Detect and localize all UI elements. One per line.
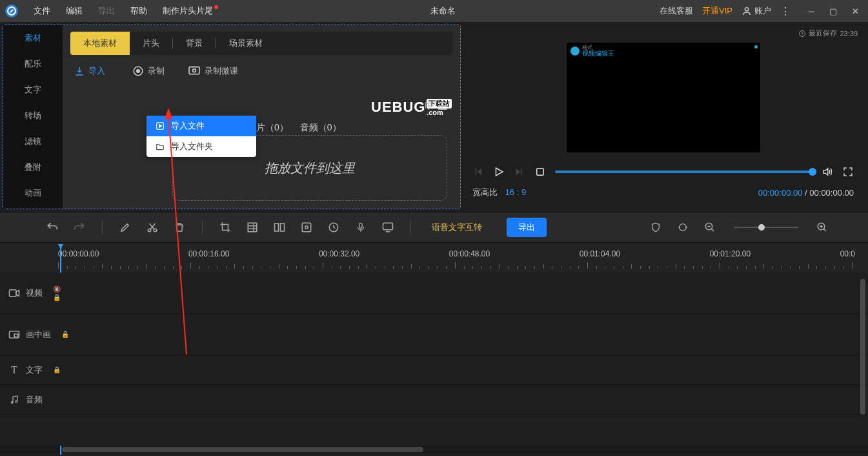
voice-over-button[interactable] bbox=[354, 220, 368, 234]
menu-make-opener[interactable]: 制作片头片尾 bbox=[155, 5, 226, 17]
progress-thumb[interactable] bbox=[809, 168, 816, 176]
side-tab-animation[interactable]: 动画 bbox=[3, 180, 63, 206]
audio-count: 音频（0） bbox=[300, 122, 341, 134]
side-tab-overlay[interactable]: 叠附 bbox=[3, 154, 63, 180]
screen-share-button[interactable] bbox=[381, 220, 395, 234]
record-micro-button[interactable]: 录制微课 bbox=[184, 63, 242, 79]
svg-rect-24 bbox=[10, 289, 17, 296]
mat-tab-scene[interactable]: 场景素材 bbox=[216, 32, 276, 55]
timeline-ruler[interactable]: 00:00:00.0000:00:16.0000:00:32.0000:00:4… bbox=[0, 243, 868, 273]
freeze-frame-button[interactable] bbox=[299, 220, 314, 234]
fit-button[interactable] bbox=[676, 220, 690, 234]
track-pip-label: 画中画 bbox=[26, 329, 51, 340]
lock-icon[interactable]: 🔒 bbox=[53, 294, 61, 301]
track-text[interactable]: T 文字 🔒 bbox=[0, 355, 868, 385]
more-icon[interactable]: ⋮ bbox=[780, 5, 791, 17]
save-status-label: 最近保存 bbox=[809, 28, 837, 38]
record-button[interactable]: 录制 bbox=[128, 63, 168, 79]
account-menu[interactable]: 账户 bbox=[742, 5, 771, 17]
svg-rect-3 bbox=[189, 67, 199, 74]
side-tab-filter[interactable]: 滤镜 bbox=[3, 129, 63, 154]
cut-button[interactable] bbox=[145, 220, 159, 234]
ruler-label: 00:01:20.00 bbox=[710, 249, 751, 258]
close-button[interactable]: ✕ bbox=[847, 3, 863, 19]
zoom-slider[interactable] bbox=[734, 227, 798, 228]
import-button[interactable]: 导入 bbox=[70, 63, 109, 79]
audio-track-icon bbox=[8, 393, 21, 406]
pip-track-icon bbox=[8, 328, 21, 341]
menu-edit[interactable]: 编辑 bbox=[58, 5, 90, 17]
side-tab-transition[interactable]: 转场 bbox=[3, 103, 63, 129]
next-frame-button[interactable] bbox=[514, 166, 525, 178]
editor-toolbar: 语音文字互转 导出 bbox=[0, 212, 868, 243]
voice-text-button[interactable]: 语音文字互转 bbox=[432, 222, 482, 233]
vertical-scrollbar[interactable] bbox=[860, 273, 867, 446]
folder-icon bbox=[156, 142, 165, 151]
play-file-icon bbox=[156, 121, 165, 130]
user-icon bbox=[742, 6, 752, 16]
vip-link[interactable]: 开通VIP bbox=[702, 5, 732, 17]
timeline-tracks: 视频 🔇 🔒 画中画 🔒 T 文字 🔒 音频 bbox=[0, 273, 868, 446]
ratio-label: 宽高比 bbox=[472, 187, 498, 197]
minimize-button[interactable]: ─ bbox=[803, 3, 819, 19]
stop-button[interactable] bbox=[534, 166, 546, 178]
crop-button[interactable] bbox=[218, 220, 232, 234]
record-micro-label: 录制微课 bbox=[205, 65, 238, 77]
sort-label-visible[interactable]: 序 bbox=[424, 100, 433, 112]
mat-tab-opener[interactable]: 片头 bbox=[130, 32, 172, 55]
dropdown-import-folder[interactable]: 导入文件夹 bbox=[146, 136, 256, 157]
save-time: 23:39 bbox=[840, 30, 858, 37]
side-tab-material[interactable]: 素材 bbox=[3, 25, 63, 51]
preview-viewport[interactable]: 格式 视频编辑王 bbox=[566, 42, 761, 153]
dropzone-text: 拖放文件到这里 bbox=[265, 160, 355, 177]
ruler-label: 00:0 bbox=[840, 249, 855, 258]
svg-marker-9 bbox=[496, 168, 503, 176]
play-button[interactable] bbox=[493, 166, 505, 178]
lock-icon[interactable]: 🔒 bbox=[61, 331, 69, 338]
clock-icon bbox=[798, 30, 806, 37]
zoom-tool-button[interactable] bbox=[272, 220, 287, 234]
delete-button[interactable] bbox=[172, 220, 187, 234]
export-button[interactable]: 导出 bbox=[507, 218, 547, 237]
dropdown-import-file[interactable]: 导入文件 bbox=[146, 116, 256, 136]
track-audio-label: 音频 bbox=[26, 394, 43, 406]
duration-button[interactable] bbox=[327, 220, 341, 234]
app-logo-icon bbox=[5, 5, 18, 17]
playhead[interactable] bbox=[58, 244, 63, 253]
ratio-value[interactable]: 16 : 9 bbox=[505, 187, 527, 197]
list-view-icon[interactable] bbox=[438, 102, 447, 110]
mat-tab-background[interactable]: 背景 bbox=[173, 32, 216, 55]
mosaic-button[interactable] bbox=[245, 220, 259, 234]
side-tab-text[interactable]: 文字 bbox=[3, 77, 63, 103]
online-service-link[interactable]: 在线客服 bbox=[660, 5, 693, 17]
horizontal-scrollbar[interactable] bbox=[0, 446, 868, 453]
dropdown-import-file-label: 导入文件 bbox=[171, 120, 205, 132]
zoom-in-button[interactable] bbox=[815, 220, 829, 234]
volume-button[interactable] bbox=[822, 166, 833, 178]
fullscreen-button[interactable] bbox=[842, 166, 854, 178]
undo-button[interactable] bbox=[45, 220, 59, 234]
mat-tab-local[interactable]: 本地素材 bbox=[70, 32, 130, 55]
pen-tool-button[interactable] bbox=[118, 220, 132, 234]
preview-panel: 最近保存 23:39 格式 视频编辑王 宽高比 bbox=[465, 25, 864, 209]
menu-export[interactable]: 导出 bbox=[90, 5, 123, 17]
redo-button[interactable] bbox=[72, 220, 86, 234]
svg-rect-26 bbox=[14, 334, 18, 337]
ruler-label: 00:00:16.00 bbox=[188, 249, 229, 258]
lock-icon[interactable]: 🔒 bbox=[53, 366, 61, 373]
zoom-out-button[interactable] bbox=[703, 220, 717, 234]
shield-icon[interactable] bbox=[649, 220, 663, 234]
track-video[interactable]: 视频 🔇 🔒 bbox=[0, 273, 868, 314]
side-tab-music[interactable]: 配乐 bbox=[3, 51, 63, 77]
progress-bar[interactable] bbox=[555, 171, 812, 173]
ruler-label: 00:00:48.00 bbox=[449, 249, 490, 258]
maximize-button[interactable]: ▢ bbox=[825, 3, 841, 19]
svg-point-17 bbox=[305, 226, 308, 229]
track-audio[interactable]: 音频 bbox=[0, 385, 868, 415]
zoom-slider-handle[interactable] bbox=[758, 224, 765, 231]
prev-frame-button[interactable] bbox=[472, 166, 484, 178]
track-pip[interactable]: 画中画 🔒 bbox=[0, 314, 868, 355]
menu-help[interactable]: 帮助 bbox=[123, 5, 155, 17]
mute-icon[interactable]: 🔇 bbox=[53, 285, 61, 293]
menu-file[interactable]: 文件 bbox=[26, 5, 58, 17]
